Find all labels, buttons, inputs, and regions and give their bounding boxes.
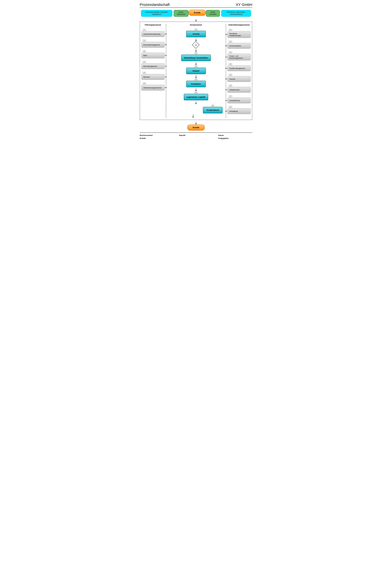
- k1-label: K1: [194, 28, 198, 30]
- fuhrung-f1-wrapper: F1 Unternehmenslenkung: [141, 28, 164, 37]
- svg-marker-9: [166, 66, 167, 67]
- kern-k5-item: K5 Lagerwesen, Logistik: [184, 91, 208, 100]
- u7-arrow-left: [225, 100, 228, 101]
- col-kern: Kernprozesse K1 Vertrieb V: [166, 24, 226, 118]
- kunde-bottom[interactable]: Kunde: [187, 124, 205, 130]
- f2-arrow-right: [164, 44, 167, 45]
- k1-box[interactable]: Vertrieb: [186, 31, 206, 37]
- f3-arrow-right: [164, 55, 167, 56]
- k2-box[interactable]: Entwicklung / Konstruktion: [181, 54, 211, 61]
- u4-arrow-left: [225, 67, 228, 69]
- u6-box[interactable]: Arbeitsschutz: [228, 87, 251, 93]
- kern-k2-item: K2 Entwicklung / Konstruktion: [181, 52, 211, 61]
- footer-row-1: Revisionsstand: Geprüft: Datum:: [140, 134, 252, 136]
- u5-text: Technik: [229, 78, 235, 80]
- svg-marker-17: [195, 51, 197, 52]
- kunde-top[interactable]: Kunde: [188, 10, 206, 16]
- main-diagram: Führungsprozesse F1 Unternehmenslenkung …: [140, 21, 252, 120]
- arrow-k4-to-k5: [195, 88, 197, 91]
- fuhrung-f5-wrapper: F5 Revision: [141, 71, 164, 80]
- unterstutzung-u6-wrapper: U6 Arbeitsschutz: [228, 84, 251, 93]
- f5-text: Revision: [143, 76, 150, 78]
- f6-arrow-right: [164, 87, 167, 88]
- k3-label: K3: [194, 65, 198, 67]
- k4-box[interactable]: Produktion: [186, 81, 206, 87]
- f6-box[interactable]: Verbesserungsprozesse: [141, 85, 164, 90]
- f2-box[interactable]: Personalmanagement: [141, 42, 164, 48]
- u4-box[interactable]: Facility Management: [228, 65, 251, 71]
- svg-marker-3: [166, 33, 167, 34]
- u3-arrow-left: [225, 56, 228, 58]
- svg-marker-37: [225, 78, 226, 79]
- u5-arrow-left: [225, 78, 228, 80]
- k6-label: K6: [211, 105, 214, 107]
- f5-arrow-right: [164, 76, 167, 78]
- u2-arrow-left: [225, 45, 228, 46]
- footer-erstellt: Erstellt:: [140, 137, 174, 139]
- kern-header: Kernprozesse: [190, 24, 202, 26]
- kunde-top-area: Kunde: [188, 10, 206, 16]
- kern-k4-item: K4 Produktion: [186, 78, 206, 87]
- u8-arrow-left: [225, 110, 228, 112]
- u2-box[interactable]: Kommunikation: [228, 43, 251, 49]
- f6-text: Verbesserungsprozesse: [143, 87, 162, 89]
- footer-erstellt-label: Erstellt:: [140, 137, 146, 139]
- k3-box[interactable]: Einkauf: [186, 68, 206, 74]
- svg-marker-15: [195, 40, 197, 41]
- btn-definitionen[interactable]: Definitionen, Abkürzungen, Zeichenerklär…: [221, 10, 251, 16]
- arrow-diamond-to-k2: [195, 49, 197, 52]
- f2-label: F2: [142, 40, 146, 41]
- u3-text: Finanz- und Rechnungswesen: [229, 55, 249, 59]
- u1-box[interactable]: Rechtliche Verpflichtungen: [228, 31, 251, 38]
- f4-text: Risk Management: [143, 65, 157, 67]
- svg-marker-29: [225, 34, 226, 35]
- unterstutzung-u3-wrapper: U3 Finanz- und Rechnungswesen: [228, 51, 251, 60]
- svg-marker-39: [225, 89, 226, 90]
- footer-revisionsstand-label: Revisionsstand:: [140, 134, 153, 136]
- f4-arrow-right: [164, 65, 167, 67]
- page-title-right: XY GmbH: [236, 2, 252, 7]
- fuhrung-f6-wrapper: F6 Verbesserungsprozesse: [141, 82, 164, 90]
- footer-row-2: Erstellt: Freigegeben:: [140, 137, 252, 139]
- f3-label: F3: [142, 50, 146, 52]
- footer-gepruft-label: Geprüft:: [179, 134, 186, 136]
- k4-label: K4: [194, 78, 198, 80]
- btn-suche-dokumente[interactable]: Suche: Dokumente: [174, 10, 188, 16]
- svg-marker-35: [225, 68, 226, 69]
- svg-marker-5: [166, 44, 167, 45]
- u3-box[interactable]: Finanz- und Rechnungswesen: [228, 54, 251, 60]
- svg-marker-25: [195, 103, 197, 104]
- f4-box[interactable]: Risk Management: [141, 63, 164, 69]
- k5-label: K5: [194, 91, 198, 93]
- top-buttons-left: Unternehmenspolitik, Zielsystem, Organig…: [141, 10, 188, 16]
- f5-label: F5: [142, 72, 146, 74]
- diamond-v[interactable]: V: [193, 42, 199, 48]
- footer-datum-label: Datum:: [218, 134, 224, 136]
- unterstutzung-u1-wrapper: U1 Rechtliche Verpflichtungen: [228, 28, 251, 38]
- f1-box[interactable]: Unternehmenslenkung: [141, 31, 164, 37]
- footer: Revisionsstand: Geprüft: Datum: Erstellt…: [140, 132, 252, 139]
- arrow-k5-to-k6: [195, 101, 197, 104]
- arrow-k1-to-diamond: [195, 38, 197, 41]
- page-title-left: Prozesslandschaft: [140, 2, 170, 7]
- btn-suche-formulare[interactable]: Suche: Formulare: [206, 10, 220, 16]
- fuhrung-f2-wrapper: F2 Personalmanagement: [141, 39, 164, 48]
- btn-unternehmenspolitik[interactable]: Unternehmenspolitik, Zielsystem, Organig…: [141, 10, 172, 16]
- f2-text: Personalmanagement: [143, 44, 160, 46]
- f6-label: F6: [142, 82, 146, 84]
- u7-box[interactable]: Umweltschutz: [228, 97, 251, 103]
- f5-box[interactable]: Revision: [141, 74, 164, 80]
- fuhrung-f4-wrapper: F4 Risk Management: [141, 61, 164, 69]
- u5-box[interactable]: Technik: [228, 76, 251, 82]
- f3-box[interactable]: BEM: [141, 52, 164, 58]
- col-fuhrung: Führungsprozesse F1 Unternehmenslenkung …: [141, 24, 166, 118]
- u4-text: Facility Management: [229, 67, 245, 69]
- arrow-k3-to-k4: [195, 75, 197, 78]
- svg-marker-43: [225, 111, 226, 112]
- k5-box[interactable]: Lagerwesen, Logistik: [184, 94, 208, 100]
- u3-label: U3: [229, 51, 232, 53]
- u8-box[interactable]: Verwaltung: [228, 108, 251, 114]
- k6-box[interactable]: Kundendienst: [203, 107, 222, 113]
- footer-freigegeben-label: Freigegeben:: [218, 137, 229, 139]
- arrow-down-to-kunde-bottom: [195, 122, 197, 124]
